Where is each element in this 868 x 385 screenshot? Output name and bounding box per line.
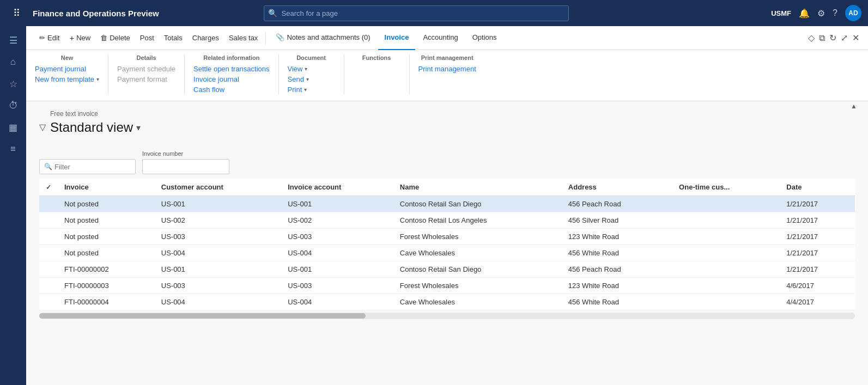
row-name[interactable]: Contoso Retail San Diego — [393, 196, 562, 212]
app-title: Finance and Operations Preview — [33, 9, 159, 18]
col-one-time-cus[interactable]: One-time cus... — [672, 179, 780, 196]
row-address: 123 White Road — [562, 278, 672, 294]
row-customer-account: US-002 — [155, 212, 281, 229]
new-icon: + — [69, 33, 74, 42]
row-invoice[interactable]: Not posted — [58, 212, 155, 229]
ribbon-group-related-title: Related information — [193, 54, 269, 61]
ribbon-new-from-template[interactable]: New from template ▾ — [35, 75, 99, 84]
tab-notes[interactable]: 📎 Notes and attachments (0) — [269, 26, 377, 50]
ribbon-payment-journal[interactable]: Payment journal — [35, 64, 99, 74]
charges-button[interactable]: Charges — [188, 32, 223, 44]
ribbon-print-management[interactable]: Print management — [418, 64, 476, 74]
ribbon-print[interactable]: Print ▾ — [288, 85, 335, 94]
totals-button[interactable]: Totals — [160, 32, 187, 44]
toolbar: ✏ Edit + New 🗑 Delete Post Totals Charge… — [26, 26, 868, 50]
ribbon-group-related: Related information Settle open transact… — [185, 54, 278, 94]
scrollbar-thumb[interactable] — [39, 313, 366, 319]
avatar[interactable]: AD — [845, 5, 861, 21]
ribbon-group-document-title: Document — [288, 54, 335, 61]
sidebar-favorites-icon[interactable]: ☆ — [3, 74, 23, 94]
col-name[interactable]: Name — [393, 179, 562, 196]
row-invoice[interactable]: FTI-00000003 — [58, 278, 155, 294]
row-address: 456 White Road — [562, 245, 672, 261]
view-title: Standard view ▾ — [50, 120, 141, 135]
table-row[interactable]: Not postedUS-001US-001Contoso Retail San… — [39, 196, 855, 212]
tab-options[interactable]: Options — [466, 26, 503, 50]
search-input[interactable] — [264, 5, 569, 21]
table-wrapper: ✓ Invoice Customer account Invoice accou… — [39, 179, 855, 310]
waffle-icon[interactable]: ⠿ — [7, 3, 26, 23]
col-invoice[interactable]: Invoice — [58, 179, 155, 196]
ribbon-collapse-icon[interactable]: ▲ — [851, 102, 857, 110]
ribbon-invoice-journal[interactable]: Invoice journal — [193, 75, 269, 84]
ribbon-items-document: View ▾ Send ▾ Print ▾ — [288, 64, 335, 94]
sidebar-recent-icon[interactable]: ⏱ — [3, 96, 23, 115]
ribbon-cash-flow[interactable]: Cash flow — [193, 85, 269, 94]
ribbon-settle-open[interactable]: Settle open transactions — [193, 64, 269, 74]
new-button[interactable]: + New — [65, 31, 95, 45]
row-invoice[interactable]: Not posted — [58, 229, 155, 245]
row-one-time-cus — [672, 229, 780, 245]
view-title-chevron-icon[interactable]: ▾ — [136, 123, 141, 133]
refresh-icon[interactable]: ↻ — [829, 33, 836, 43]
col-customer-account[interactable]: Customer account — [155, 179, 281, 196]
table-row[interactable]: Not postedUS-002US-002Contoso Retail Los… — [39, 212, 855, 229]
table-row[interactable]: FTI-00000002US-001US-001Contoso Retail S… — [39, 261, 855, 278]
close-icon[interactable]: ✕ — [852, 33, 859, 43]
sidebar-workspace-icon[interactable]: ▦ — [3, 118, 23, 137]
row-invoice[interactable]: Not posted — [58, 196, 155, 212]
sidebar-home-icon[interactable]: ⌂ — [3, 52, 23, 72]
ribbon-group-print-mgmt: Print management Print management — [410, 54, 485, 94]
table-row[interactable]: FTI-00000004US-004US-004Cave Wholesales4… — [39, 294, 855, 310]
sidebar-list-icon[interactable]: ≡ — [3, 139, 23, 159]
expand-icon[interactable]: ⤢ — [841, 33, 848, 43]
filter-icon[interactable]: ▽ — [39, 122, 46, 132]
row-customer-account: US-001 — [155, 261, 281, 278]
row-one-time-cus — [672, 245, 780, 261]
row-invoice[interactable]: Not posted — [58, 245, 155, 261]
notification-icon[interactable]: 🔔 — [799, 8, 810, 19]
horizontal-scrollbar[interactable] — [39, 313, 855, 319]
table-row[interactable]: Not postedUS-004US-004Cave Wholesales456… — [39, 245, 855, 261]
row-name: Forest Wholesales — [393, 278, 562, 294]
col-date[interactable]: Date — [780, 179, 855, 196]
notes-icon: 📎 — [276, 33, 284, 41]
post-button[interactable]: Post — [136, 32, 159, 44]
table-row[interactable]: FTI-00000003US-003US-003Forest Wholesale… — [39, 278, 855, 294]
chevron-down-icon: ▾ — [96, 76, 99, 82]
col-invoice-account[interactable]: Invoice account — [281, 179, 393, 196]
help-icon[interactable]: ? — [833, 8, 837, 18]
row-invoice-account: US-004 — [281, 294, 393, 310]
table-row[interactable]: Not postedUS-003US-003Forest Wholesales1… — [39, 229, 855, 245]
row-invoice[interactable]: FTI-00000002 — [58, 261, 155, 278]
toolbar-right-icons: ◇ ⧉ ↻ ⤢ ✕ — [808, 33, 859, 43]
row-date: 1/21/2017 — [780, 261, 855, 278]
edit-button[interactable]: ✏ Edit — [35, 32, 64, 44]
ribbon-send[interactable]: Send ▾ — [288, 75, 335, 84]
layout: ☰ ⌂ ☆ ⏱ ▦ ≡ ✏ Edit + New 🗑 Delete Post — [0, 26, 868, 385]
row-invoice-account[interactable]: US-001 — [281, 196, 393, 212]
col-address[interactable]: Address — [562, 179, 672, 196]
row-name: Contoso Retail Los Angeles — [393, 212, 562, 229]
row-invoice[interactable]: FTI-00000004 — [58, 294, 155, 310]
delete-button[interactable]: 🗑 Delete — [96, 32, 135, 44]
row-date: 1/21/2017 — [780, 245, 855, 261]
top-bar-right: USMF 🔔 ⚙ ? AD — [771, 5, 861, 21]
ribbon-view[interactable]: View ▾ — [288, 64, 335, 74]
ribbon-payment-schedule[interactable]: Payment schedule — [117, 64, 175, 74]
sidebar: ☰ ⌂ ☆ ⏱ ▦ ≡ — [0, 26, 26, 385]
invoice-number-input[interactable] — [142, 159, 229, 174]
salestax-button[interactable]: Sales tax — [224, 32, 262, 44]
sidebar-menu-icon[interactable]: ☰ — [3, 30, 23, 50]
diamond-icon[interactable]: ◇ — [808, 33, 815, 43]
split-view-icon[interactable]: ⧉ — [819, 33, 825, 43]
ribbon-group-details: Details Payment schedule Payment format — [108, 54, 185, 94]
settings-icon[interactable]: ⚙ — [817, 8, 825, 19]
ribbon-payment-format[interactable]: Payment format — [117, 75, 175, 84]
ribbon-group-new-title: New — [35, 54, 99, 61]
row-customer-account[interactable]: US-001 — [155, 196, 281, 212]
filter-input[interactable] — [54, 163, 131, 171]
tab-invoice[interactable]: Invoice — [378, 26, 416, 50]
tab-accounting[interactable]: Accounting — [416, 26, 464, 50]
search-bar: 🔍 — [264, 5, 569, 21]
